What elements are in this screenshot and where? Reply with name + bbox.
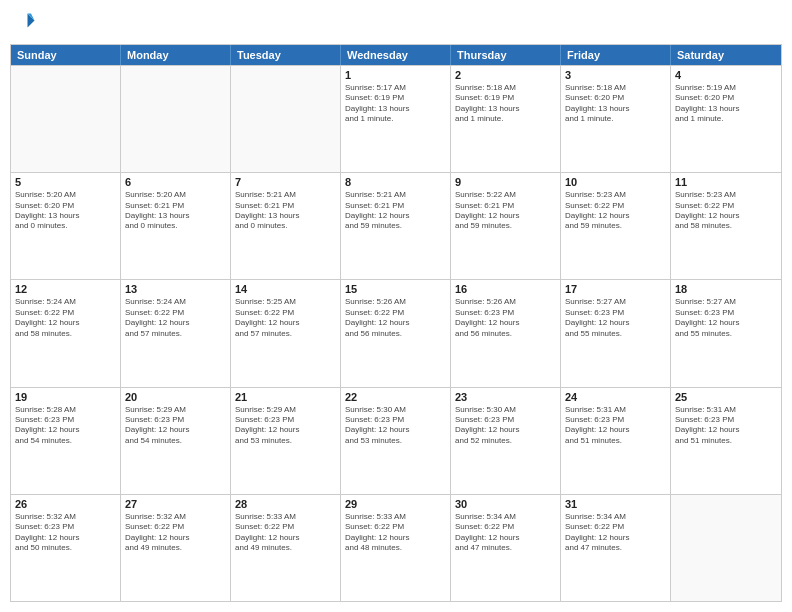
day-number: 22	[345, 391, 446, 403]
cell-info-line: Daylight: 12 hours	[455, 211, 556, 221]
cell-info-line: Daylight: 12 hours	[15, 425, 116, 435]
calendar-day-30: 30Sunrise: 5:34 AMSunset: 6:22 PMDayligh…	[451, 495, 561, 601]
day-number: 4	[675, 69, 777, 81]
cell-info-line: Daylight: 12 hours	[345, 425, 446, 435]
day-number: 13	[125, 283, 226, 295]
header-cell-tuesday: Tuesday	[231, 45, 341, 65]
cell-info-line: Sunrise: 5:23 AM	[675, 190, 777, 200]
cell-info-line: Sunset: 6:23 PM	[675, 308, 777, 318]
calendar-header: SundayMondayTuesdayWednesdayThursdayFrid…	[11, 45, 781, 65]
cell-info-line: Sunset: 6:22 PM	[235, 522, 336, 532]
cell-info-line: Sunrise: 5:26 AM	[345, 297, 446, 307]
calendar-day-17: 17Sunrise: 5:27 AMSunset: 6:23 PMDayligh…	[561, 280, 671, 386]
cell-info-line: Daylight: 12 hours	[125, 425, 226, 435]
day-number: 5	[15, 176, 116, 188]
calendar-day-7: 7Sunrise: 5:21 AMSunset: 6:21 PMDaylight…	[231, 173, 341, 279]
cell-info-line: Sunset: 6:23 PM	[125, 415, 226, 425]
cell-info-line: Sunrise: 5:22 AM	[455, 190, 556, 200]
cell-info-line: Sunset: 6:23 PM	[345, 415, 446, 425]
day-number: 6	[125, 176, 226, 188]
cell-info-line: and 56 minutes.	[455, 329, 556, 339]
cell-info-line: Sunrise: 5:19 AM	[675, 83, 777, 93]
cell-info-line: Daylight: 12 hours	[15, 318, 116, 328]
cell-info-line: and 57 minutes.	[235, 329, 336, 339]
cell-info-line: and 51 minutes.	[565, 436, 666, 446]
cell-info-line: Daylight: 12 hours	[565, 533, 666, 543]
cell-info-line: Daylight: 13 hours	[15, 211, 116, 221]
cell-info-line: Sunset: 6:21 PM	[345, 201, 446, 211]
calendar-day-15: 15Sunrise: 5:26 AMSunset: 6:22 PMDayligh…	[341, 280, 451, 386]
cell-info-line: Sunrise: 5:21 AM	[345, 190, 446, 200]
cell-info-line: Sunrise: 5:28 AM	[15, 405, 116, 415]
day-number: 10	[565, 176, 666, 188]
calendar-day-10: 10Sunrise: 5:23 AMSunset: 6:22 PMDayligh…	[561, 173, 671, 279]
cell-info-line: Daylight: 12 hours	[15, 533, 116, 543]
calendar-day-27: 27Sunrise: 5:32 AMSunset: 6:22 PMDayligh…	[121, 495, 231, 601]
cell-info-line: Daylight: 13 hours	[565, 104, 666, 114]
day-number: 12	[15, 283, 116, 295]
calendar-day-8: 8Sunrise: 5:21 AMSunset: 6:21 PMDaylight…	[341, 173, 451, 279]
calendar-day-1: 1Sunrise: 5:17 AMSunset: 6:19 PMDaylight…	[341, 66, 451, 172]
cell-info-line: Sunrise: 5:32 AM	[125, 512, 226, 522]
calendar: SundayMondayTuesdayWednesdayThursdayFrid…	[10, 44, 782, 602]
day-number: 29	[345, 498, 446, 510]
cell-info-line: Daylight: 12 hours	[235, 533, 336, 543]
day-number: 18	[675, 283, 777, 295]
cell-info-line: and 53 minutes.	[235, 436, 336, 446]
day-number: 16	[455, 283, 556, 295]
cell-info-line: and 0 minutes.	[15, 221, 116, 231]
day-number: 31	[565, 498, 666, 510]
cell-info-line: Daylight: 12 hours	[675, 211, 777, 221]
calendar-body: 1Sunrise: 5:17 AMSunset: 6:19 PMDaylight…	[11, 65, 781, 601]
calendar-day-2: 2Sunrise: 5:18 AMSunset: 6:19 PMDaylight…	[451, 66, 561, 172]
day-number: 11	[675, 176, 777, 188]
cell-info-line: Daylight: 12 hours	[345, 318, 446, 328]
cell-info-line: and 54 minutes.	[125, 436, 226, 446]
cell-info-line: Daylight: 12 hours	[235, 318, 336, 328]
cell-info-line: Sunset: 6:20 PM	[565, 93, 666, 103]
cell-info-line: and 59 minutes.	[565, 221, 666, 231]
cell-info-line: Sunrise: 5:21 AM	[235, 190, 336, 200]
cell-info-line: Sunset: 6:22 PM	[125, 308, 226, 318]
cell-info-line: Daylight: 13 hours	[235, 211, 336, 221]
calendar-day-6: 6Sunrise: 5:20 AMSunset: 6:21 PMDaylight…	[121, 173, 231, 279]
cell-info-line: and 51 minutes.	[675, 436, 777, 446]
cell-info-line: Sunrise: 5:33 AM	[235, 512, 336, 522]
cell-info-line: Daylight: 12 hours	[455, 425, 556, 435]
header-cell-thursday: Thursday	[451, 45, 561, 65]
day-number: 1	[345, 69, 446, 81]
cell-info-line: Sunset: 6:19 PM	[455, 93, 556, 103]
cell-info-line: and 49 minutes.	[125, 543, 226, 553]
cell-info-line: Sunset: 6:23 PM	[675, 415, 777, 425]
cell-info-line: Daylight: 12 hours	[675, 318, 777, 328]
cell-info-line: Sunset: 6:23 PM	[455, 415, 556, 425]
cell-info-line: and 49 minutes.	[235, 543, 336, 553]
cell-info-line: Daylight: 12 hours	[345, 211, 446, 221]
calendar-empty-cell	[121, 66, 231, 172]
calendar-row-0: 1Sunrise: 5:17 AMSunset: 6:19 PMDaylight…	[11, 65, 781, 172]
cell-info-line: Sunset: 6:19 PM	[345, 93, 446, 103]
cell-info-line: and 1 minute.	[455, 114, 556, 124]
cell-info-line: Sunrise: 5:18 AM	[565, 83, 666, 93]
calendar-day-26: 26Sunrise: 5:32 AMSunset: 6:23 PMDayligh…	[11, 495, 121, 601]
calendar-day-23: 23Sunrise: 5:30 AMSunset: 6:23 PMDayligh…	[451, 388, 561, 494]
day-number: 27	[125, 498, 226, 510]
cell-info-line: Sunrise: 5:20 AM	[125, 190, 226, 200]
cell-info-line: Sunrise: 5:20 AM	[15, 190, 116, 200]
cell-info-line: Sunset: 6:23 PM	[15, 522, 116, 532]
cell-info-line: Sunrise: 5:18 AM	[455, 83, 556, 93]
cell-info-line: and 0 minutes.	[235, 221, 336, 231]
cell-info-line: Sunset: 6:22 PM	[675, 201, 777, 211]
calendar-day-21: 21Sunrise: 5:29 AMSunset: 6:23 PMDayligh…	[231, 388, 341, 494]
cell-info-line: Sunrise: 5:34 AM	[455, 512, 556, 522]
cell-info-line: and 56 minutes.	[345, 329, 446, 339]
cell-info-line: and 1 minute.	[345, 114, 446, 124]
calendar-row-2: 12Sunrise: 5:24 AMSunset: 6:22 PMDayligh…	[11, 279, 781, 386]
cell-info-line: Sunrise: 5:26 AM	[455, 297, 556, 307]
cell-info-line: Sunset: 6:23 PM	[455, 308, 556, 318]
cell-info-line: Daylight: 12 hours	[675, 425, 777, 435]
calendar-empty-cell	[11, 66, 121, 172]
cell-info-line: Sunset: 6:23 PM	[565, 308, 666, 318]
day-number: 30	[455, 498, 556, 510]
cell-info-line: Sunset: 6:21 PM	[455, 201, 556, 211]
